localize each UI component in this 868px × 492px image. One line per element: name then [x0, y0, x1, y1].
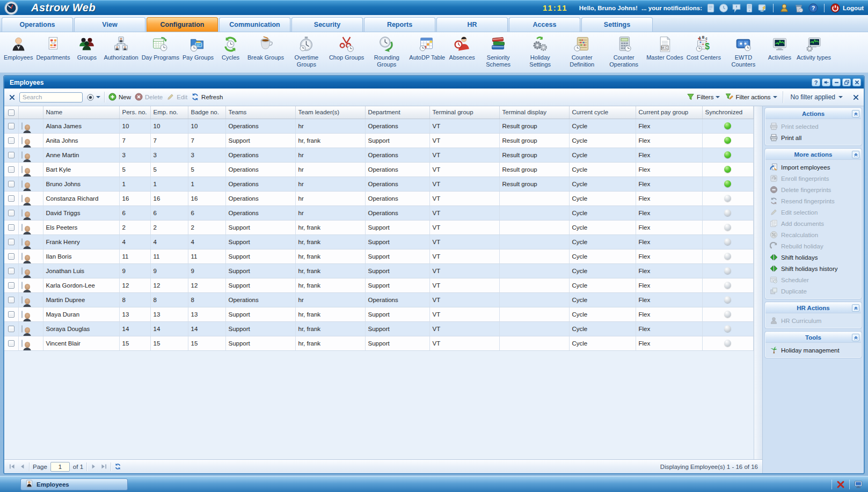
row-checkbox[interactable]: [8, 137, 14, 144]
table-row[interactable]: Alana James101010OperationshrOperationsV…: [4, 119, 754, 133]
table-row[interactable]: Frank Henry444Supporthr, frankSupportVTC…: [4, 234, 754, 249]
section-header-actions[interactable]: Actions: [765, 108, 861, 119]
refresh-grid-button[interactable]: [114, 463, 121, 470]
table-row[interactable]: Els Peeters222Supporthr, frankSupportVTC…: [4, 220, 754, 234]
shift-holidays-button[interactable]: Shift holidays: [765, 252, 861, 263]
row-checkbox[interactable]: [8, 195, 14, 202]
row-checkbox[interactable]: [8, 268, 14, 274]
table-row[interactable]: Anne Martin333OperationshrOperationsVTRe…: [4, 148, 754, 162]
select-all-checkbox[interactable]: [8, 109, 14, 116]
tab-settings[interactable]: Settings: [581, 17, 653, 32]
table-row[interactable]: Martin Dupree888OperationshrOperationsVT…: [4, 292, 754, 307]
ribbon-counter-operations[interactable]: Counter Operations: [603, 34, 645, 68]
tab-access[interactable]: Access: [509, 17, 580, 32]
collapse-section-button[interactable]: [852, 334, 859, 341]
ribbon-departments[interactable]: Departments: [34, 34, 71, 62]
column-header-name[interactable]: Name: [43, 106, 119, 119]
table-row[interactable]: David Triggs666OperationshrOperationsVTC…: [4, 205, 754, 220]
section-header-tools[interactable]: Tools: [765, 332, 861, 343]
ribbon-rounding-groups[interactable]: Rounding Groups: [366, 34, 407, 68]
tab-operations[interactable]: Operations: [2, 17, 73, 32]
ribbon-absences[interactable]: Absences: [447, 34, 477, 62]
table-row[interactable]: Anita Johns777Supporthr, frankSupportVTR…: [4, 133, 754, 148]
ribbon-ewtd-counters[interactable]: EWTD Counters: [723, 34, 764, 68]
column-header-select[interactable]: [4, 106, 18, 119]
tab-view[interactable]: View: [74, 17, 145, 32]
table-row[interactable]: Vincent Blair151515Supporthr, frankSuppo…: [4, 336, 754, 350]
trash-icon[interactable]: [794, 3, 804, 13]
row-checkbox[interactable]: [8, 239, 14, 245]
tab-hr[interactable]: HR: [436, 17, 508, 32]
ribbon-cost-centers[interactable]: ABc$Cost Centers: [685, 34, 723, 62]
taskbar-employees-button[interactable]: Employees: [20, 479, 128, 490]
user-icon[interactable]: [779, 3, 789, 13]
collapse-section-button[interactable]: [852, 110, 859, 118]
table-row[interactable]: Ilan Boris111111Supporthr, frankSupportV…: [4, 249, 754, 263]
column-header-emp-no[interactable]: Emp. no.: [150, 106, 188, 119]
section-header-hr-actions[interactable]: HR Actions: [765, 303, 861, 313]
row-checkbox[interactable]: [8, 123, 14, 129]
ribbon-break-groups[interactable]: Break Groups: [246, 34, 286, 62]
tab-security[interactable]: Security: [291, 17, 363, 32]
ribbon-pay-groups[interactable]: Pay Groups: [181, 34, 215, 62]
device-flash-icon[interactable]: [757, 3, 767, 13]
clear-search-button[interactable]: [9, 94, 16, 101]
column-header-department[interactable]: Department: [365, 106, 429, 119]
ribbon-autodp-table[interactable]: AutoDP Table: [407, 34, 447, 62]
close-all-icon[interactable]: [836, 480, 845, 489]
section-header-more-actions[interactable]: More actions: [765, 149, 861, 160]
report-icon[interactable]: [706, 3, 716, 13]
row-checkbox[interactable]: [8, 224, 14, 231]
search-input[interactable]: [19, 92, 83, 102]
filter-actions-button[interactable]: Filter actions: [725, 93, 777, 102]
ribbon-seniority-schemes[interactable]: Seniority Schemes: [477, 34, 519, 68]
table-row[interactable]: Bruno Johns111OperationshrOperationsVTRe…: [4, 177, 754, 191]
table-row[interactable]: Jonathan Luis999Supporthr, frankSupportV…: [4, 263, 754, 278]
refresh-button[interactable]: Refresh: [191, 93, 223, 102]
table-row[interactable]: Bart Kyle555OperationshrOperationsVTResu…: [4, 162, 754, 177]
clock-icon[interactable]: [719, 3, 728, 13]
ribbon-employees[interactable]: Employees: [2, 34, 34, 62]
column-header-synchronized[interactable]: Synchronized: [702, 106, 754, 119]
table-row[interactable]: Soraya Douglas141414Supporthr, frankSupp…: [4, 321, 754, 336]
restore-button[interactable]: [842, 78, 851, 86]
row-checkbox[interactable]: [8, 210, 14, 216]
ribbon-day-programs[interactable]: Day Programs: [140, 34, 181, 62]
collapse-section-button[interactable]: [852, 151, 859, 158]
row-checkbox[interactable]: [8, 340, 14, 347]
row-checkbox[interactable]: [8, 282, 14, 289]
row-checkbox[interactable]: [8, 253, 14, 260]
table-row[interactable]: Karla Gordon-Lee121212Supporthr, frankSu…: [4, 278, 754, 292]
ribbon-chop-groups[interactable]: Chop Groups: [327, 34, 366, 62]
help-icon[interactable]: ?: [808, 3, 818, 13]
ribbon-cycles[interactable]: Cycles: [215, 34, 246, 62]
vertical-scrollbar[interactable]: [754, 106, 762, 459]
import-employees-button[interactable]: Import employees: [765, 161, 861, 173]
column-header-terminal-group[interactable]: Terminal group: [429, 106, 499, 119]
column-header-photo[interactable]: [18, 106, 43, 119]
page-number-input[interactable]: [50, 462, 70, 472]
filter-status-dropdown[interactable]: No filter applied: [783, 91, 847, 103]
ribbon-groups[interactable]: Groups: [71, 34, 102, 62]
new-button[interactable]: New: [108, 93, 131, 102]
column-header-teams[interactable]: Teams: [225, 106, 295, 119]
column-header-current-cycle[interactable]: Current cycle: [569, 106, 636, 119]
row-checkbox[interactable]: [8, 166, 14, 173]
row-checkbox[interactable]: [8, 297, 14, 303]
logout-button[interactable]: Logout: [830, 3, 864, 13]
minimize-button[interactable]: [832, 78, 841, 86]
ribbon-activities[interactable]: Activities: [764, 34, 795, 62]
ribbon-authorization[interactable]: Authorization: [102, 34, 140, 62]
column-header-current-pay-group[interactable]: Current pay group: [636, 106, 702, 119]
column-header-badge-no[interactable]: Badge no.: [188, 106, 225, 119]
tab-configuration[interactable]: Configuration: [147, 17, 218, 32]
message-icon[interactable]: [732, 3, 741, 13]
pin-button[interactable]: [822, 78, 830, 86]
tab-communication[interactable]: Communication: [219, 17, 290, 32]
ribbon-master-codes[interactable]: M.C.Master Codes: [645, 34, 684, 62]
ribbon-activity-types[interactable]: Activity types: [795, 34, 833, 62]
print-all-button[interactable]: Print all: [765, 132, 861, 143]
column-header-terminal-display[interactable]: Terminal display: [499, 106, 569, 119]
column-header-pers-no[interactable]: Pers. no.: [119, 106, 150, 119]
next-page-button[interactable]: [90, 463, 97, 470]
